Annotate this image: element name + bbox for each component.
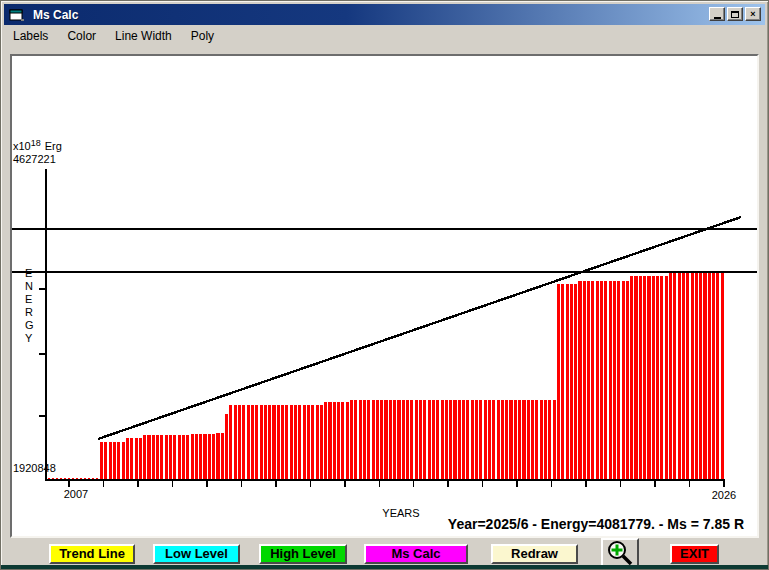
y-axis-unit-name: Erg: [45, 140, 62, 152]
x-axis-title: YEARS: [351, 507, 451, 519]
window-controls: ×: [709, 7, 761, 21]
y-axis-max-label: 4627221: [13, 153, 56, 165]
close-icon: ×: [750, 10, 755, 19]
exit-button[interactable]: EXIT: [670, 544, 719, 564]
menu-item-color[interactable]: Color: [60, 27, 103, 45]
x-axis-first-tick-label: 2007: [52, 488, 100, 500]
menu-item-line-width[interactable]: Line Width: [108, 27, 179, 45]
high-level-button[interactable]: High Level: [259, 544, 347, 564]
screen: Ms Calc × Labels Color Line Width Poly: [0, 0, 769, 570]
chart-panel: x1018Erg 4627221 E N E R G Y 1920848 200…: [10, 54, 759, 538]
magnifier-icon: [605, 540, 635, 565]
title-bar: Ms Calc ×: [4, 4, 765, 25]
x-axis-last-tick-label: 2026: [700, 489, 748, 501]
y-axis-title: E N E R G Y: [25, 267, 34, 345]
chart-area: x1018Erg 4627221 E N E R G Y 1920848 200…: [12, 56, 757, 536]
menu-item-labels[interactable]: Labels: [6, 27, 55, 45]
y-axis-unit-exponent: 18: [31, 138, 41, 148]
window-title: Ms Calc: [33, 8, 78, 22]
status-readout: Year=2025/6 - Energy=4081779. - Ms = 7.8…: [448, 516, 744, 532]
redraw-button[interactable]: Redraw: [491, 544, 578, 564]
y-axis-unit-base: x10: [13, 140, 31, 152]
menu-bar: Labels Color Line Width Poly: [5, 26, 764, 46]
trend-line-button[interactable]: Trend Line: [49, 544, 135, 564]
minimize-icon: [714, 17, 721, 19]
minimize-button[interactable]: [709, 7, 725, 21]
low-level-button[interactable]: Low Level: [153, 544, 240, 564]
maximize-button[interactable]: [727, 7, 743, 21]
y-axis-min-label: 1920848: [13, 462, 56, 474]
ms-calc-button[interactable]: Ms Calc: [364, 544, 468, 564]
chart-canvas: [12, 56, 757, 536]
menu-item-poly[interactable]: Poly: [184, 27, 221, 45]
close-button[interactable]: ×: [745, 7, 761, 21]
maximize-icon: [731, 11, 739, 18]
app-window: Ms Calc × Labels Color Line Width Poly: [0, 0, 769, 570]
desktop-edge-strip: [1, 565, 768, 569]
app-icon: [9, 8, 25, 22]
y-axis-unit-label: x1018Erg: [13, 140, 62, 153]
zoom-button[interactable]: [601, 538, 639, 567]
